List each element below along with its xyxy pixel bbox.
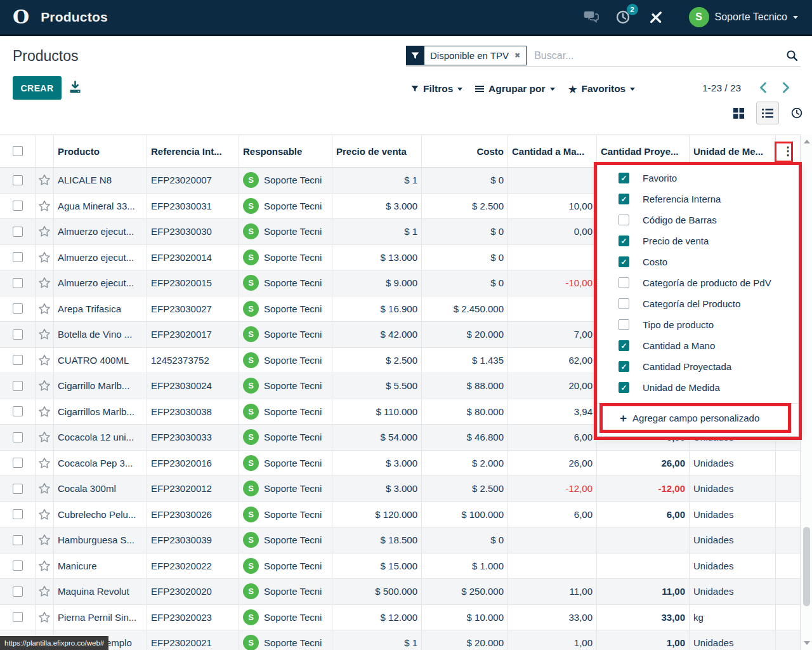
favorite-toggle[interactable] [36,425,54,450]
row-checkbox[interactable] [13,355,23,365]
groupby-menu[interactable]: Agrupar por [475,81,555,96]
header-uom[interactable]: Unidad de Me... [690,135,776,167]
header-sale-price[interactable]: Precio de venta [332,135,422,167]
column-toggle-item[interactable]: ✓ Costo [597,251,800,272]
header-responsible[interactable]: Responsable [239,135,332,167]
row-checkbox[interactable] [13,484,23,494]
star-outline-icon [38,560,51,572]
row-checkbox[interactable] [13,381,23,391]
column-toggle-item[interactable]: ✓ Precio de venta [597,230,800,251]
pager-next-icon[interactable] [782,81,790,94]
search-icon[interactable] [786,50,798,62]
header-qty-on-hand[interactable]: Cantidad a Ma... [508,135,597,167]
row-checkbox[interactable] [13,560,23,571]
activity-view-icon[interactable] [785,102,808,124]
checkbox-icon: ✓ [619,194,629,204]
favorite-toggle[interactable] [36,245,54,270]
row-checkbox[interactable] [13,587,23,597]
sale-price: $ 2.500 [332,348,422,373]
search-input[interactable] [534,50,786,62]
header-product[interactable]: Producto [54,135,147,167]
internal-reference: EFP23020022 [147,554,239,579]
column-toggle-item[interactable]: ✓ Cantidad Proyectada [597,356,800,377]
row-checkbox[interactable] [13,458,23,468]
header-cost[interactable]: Costo [422,135,508,167]
favorite-toggle[interactable] [36,605,54,630]
row-checkbox[interactable] [13,406,23,416]
product-name: Cigarrillos Marlb... [54,399,147,425]
row-checkbox[interactable] [13,175,23,185]
export-download-icon[interactable] [69,81,82,94]
column-toggle-item[interactable]: Tipo de producto [597,314,800,335]
filters-menu[interactable]: Filtros [411,81,462,96]
vertical-scrollbar[interactable] [801,135,812,650]
responsible-name: Soporte Tecni [264,483,322,494]
header-reference[interactable]: Referencia Int... [147,135,239,167]
favorite-toggle[interactable] [36,527,54,553]
favorite-toggle[interactable] [36,373,54,399]
favorites-menu[interactable]: ★ Favoritos [568,81,635,96]
favorite-toggle[interactable] [36,476,54,501]
column-toggle-item[interactable]: Código de Barras [597,209,800,230]
table-row[interactable]: Cubrelecho Pelu... EFP23030026 S Soporte… [0,502,801,528]
table-row[interactable]: Hamburguesa S... EFP23030039 S Soporte T… [0,527,801,554]
table-row[interactable]: Pierna Pernil Sin... EFP23020023 S Sopor… [0,605,801,631]
favorite-toggle[interactable] [36,296,54,322]
cost: $ 20.000 [422,322,508,347]
row-checkbox[interactable] [13,509,23,519]
table-row[interactable]: Cocacola Pep 3... EFP23020016 S Soporte … [0,451,801,477]
row-checkbox[interactable] [13,432,23,442]
pager-previous-icon[interactable] [759,81,768,94]
favorite-toggle[interactable] [36,451,54,476]
column-toggle-item[interactable]: ✓ Cantidad a Mano [597,335,800,356]
scroll-up-icon[interactable] [804,140,810,143]
kanban-view-icon[interactable] [727,102,750,124]
create-button[interactable]: CREAR [13,76,62,100]
header-qty-forecast[interactable]: Cantidad Proye... [597,135,690,167]
favorite-toggle[interactable] [36,270,54,296]
table-row[interactable]: Cocala 300ml EFP23020012 S Soporte Tecni… [0,476,801,502]
column-toggle-label: Cantidad Proyectada [643,361,731,372]
messages-icon[interactable] [584,10,599,24]
cost: $ 0 [422,245,508,270]
row-checkbox[interactable] [13,201,23,211]
table-row[interactable]: Producto ejemplo EFP23020021 S Soporte T… [0,630,801,650]
add-custom-field-item[interactable]: + Agregar campo personalizado [597,404,800,432]
odoo-logo-icon[interactable]: O [13,8,29,27]
activities-icon[interactable]: 2 [616,10,631,25]
scroll-down-icon[interactable] [804,641,810,645]
row-checkbox[interactable] [13,252,23,262]
row-checkbox[interactable] [13,278,23,288]
list-view-icon[interactable] [756,102,779,124]
favorite-toggle[interactable] [36,168,54,193]
favorite-toggle[interactable] [36,554,54,579]
user-menu[interactable]: S Soporte Tecnico [689,7,798,27]
row-checkbox[interactable] [13,535,23,545]
favorite-toggle[interactable] [36,194,54,219]
responsible-cell: S Soporte Tecni [239,373,332,399]
column-options-icon[interactable]: ⋮ [776,145,800,157]
column-toggle-item[interactable]: ✓ Referencia Interna [597,189,800,209]
column-toggle-item[interactable]: Categoría de producto de PdV [597,272,800,293]
favorite-toggle[interactable] [36,322,54,347]
favorite-toggle[interactable] [36,348,54,373]
column-toggle-item[interactable]: ✓ Unidad de Medida [597,377,800,398]
qty-on-hand [508,296,597,322]
unit-of-measure: kg [690,605,776,630]
table-row[interactable]: Maquina Revolut EFP23020020 S Soporte Te… [0,579,801,605]
table-row[interactable]: Manicure EFP23020022 S Soporte Tecni $ 1… [0,554,801,580]
favorite-toggle[interactable] [36,219,54,244]
scrollbar-thumb[interactable] [803,527,810,606]
favorite-toggle[interactable] [36,579,54,604]
select-all-checkbox[interactable] [13,146,23,156]
column-toggle-item[interactable]: ✓ Favorito [597,168,800,189]
facet-remove-icon[interactable]: ✖ [514,52,520,59]
row-checkbox[interactable] [13,329,23,340]
tools-icon[interactable] [648,10,663,25]
favorite-toggle[interactable] [36,502,54,527]
row-checkbox[interactable] [13,227,23,237]
row-checkbox[interactable] [13,303,23,314]
favorite-toggle[interactable] [36,399,54,425]
row-checkbox[interactable] [13,612,23,622]
column-toggle-item[interactable]: Categoría del Producto [597,293,800,314]
